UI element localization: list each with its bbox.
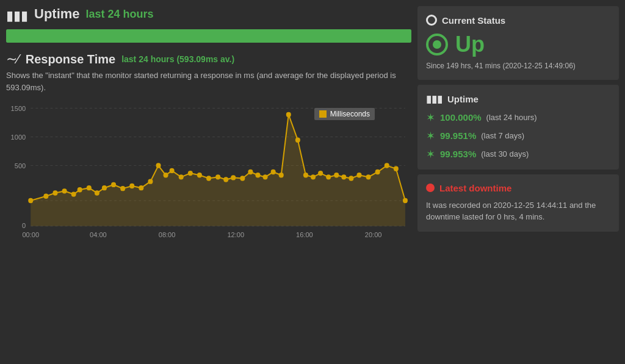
chart-container: Milliseconds 1500 1000 500 0	[6, 102, 411, 242]
current-status-card: Current Status Up Since 149 hrs, 41 mins…	[417, 6, 619, 80]
svg-point-10	[28, 198, 33, 203]
uptime-stat-24h: ✶ 100.000% (last 24 hours)	[426, 111, 610, 124]
svg-point-15	[78, 187, 82, 192]
svg-text:00:00: 00:00	[22, 230, 39, 238]
uptime-subtitle: last 24 hours	[86, 8, 154, 21]
chart-tooltip: Milliseconds	[314, 108, 375, 120]
uptime-card: ▮▮▮ Uptime ✶ 100.000% (last 24 hours) ✶ …	[417, 85, 619, 170]
svg-point-28	[188, 171, 193, 176]
svg-point-39	[279, 173, 284, 177]
svg-point-53	[394, 166, 399, 171]
svg-point-50	[366, 174, 371, 179]
svg-text:08:00: 08:00	[159, 230, 176, 238]
svg-point-29	[197, 173, 202, 177]
svg-point-38	[271, 170, 276, 174]
uptime-stat-30d: ✶ 99.953% (last 30 days)	[426, 148, 610, 161]
bar-chart-icon: ▮▮▮	[6, 8, 28, 24]
svg-point-35	[248, 170, 253, 174]
response-subtitle: last 24 hours (593.09ms av.)	[121, 54, 234, 64]
svg-point-40	[286, 112, 291, 117]
svg-point-43	[311, 174, 316, 179]
tooltip-color-box	[319, 110, 327, 118]
status-up-icon	[426, 34, 448, 55]
svg-point-42	[303, 173, 308, 177]
svg-point-51	[375, 170, 380, 174]
uptime-pct-24h: 100.000%	[440, 112, 482, 123]
current-status-header: Current Status	[426, 15, 610, 26]
svg-point-45	[326, 174, 331, 179]
uptime-bar-icon: ▮▮▮	[426, 93, 443, 105]
svg-point-32	[223, 177, 228, 182]
svg-point-46	[334, 173, 339, 177]
uptime-stat-7d: ✶ 99.951% (last 7 days)	[426, 129, 610, 143]
svg-point-20	[120, 186, 125, 191]
latest-downtime-card: Latest downtime It was recorded on 2020-…	[417, 174, 619, 232]
uptime-card-title: Uptime	[447, 94, 479, 104]
svg-point-25	[164, 173, 168, 177]
svg-point-16	[87, 185, 92, 190]
svg-point-17	[95, 190, 99, 195]
uptime-bar-fill	[6, 29, 411, 43]
svg-point-14	[71, 191, 76, 196]
uptime-section: ▮▮▮ Uptime last 24 hours	[6, 6, 411, 43]
svg-point-23	[148, 179, 153, 184]
uptime-period-30d: (last 30 days)	[481, 149, 529, 159]
svg-point-31	[215, 174, 220, 179]
uptime-bar	[6, 29, 411, 43]
response-time-chart: 1500 1000 500 0	[6, 102, 411, 242]
svg-marker-9	[31, 115, 405, 226]
svg-point-11	[43, 194, 48, 199]
svg-text:04:00: 04:00	[90, 230, 107, 238]
response-time-section: ∼∕ Response Time last 24 hours (593.09ms…	[6, 49, 411, 93]
svg-text:16:00: 16:00	[296, 230, 313, 238]
left-panel: ▮▮▮ Uptime last 24 hours ∼∕ Response Tim…	[6, 6, 411, 358]
svg-point-34	[240, 176, 245, 180]
svg-point-44	[318, 171, 323, 176]
latest-downtime-header: Latest downtime	[426, 183, 610, 193]
green-dot-1: ✶	[426, 111, 435, 124]
uptime-period-7d: (last 7 days)	[481, 131, 524, 140]
svg-point-24	[156, 163, 161, 168]
wave-icon: ∼∕	[6, 51, 20, 67]
svg-point-18	[102, 185, 107, 190]
green-dot-2: ✶	[426, 129, 435, 143]
svg-point-13	[62, 188, 67, 193]
right-panel: Current Status Up Since 149 hrs, 41 mins…	[417, 6, 619, 358]
uptime-title: Uptime	[34, 6, 80, 22]
status-since: Since 149 hrs, 41 mins (2020-12-25 14:49…	[426, 61, 610, 71]
svg-point-21	[129, 184, 134, 188]
svg-point-49	[356, 173, 361, 177]
status-header-icon	[426, 15, 437, 26]
svg-point-19	[111, 182, 116, 187]
svg-point-52	[385, 163, 389, 168]
svg-point-22	[139, 185, 143, 190]
uptime-pct-30d: 99.953%	[440, 149, 476, 159]
uptime-period-24h: (last 24 hours)	[486, 113, 537, 122]
svg-point-36	[255, 173, 260, 177]
uptime-pct-7d: 99.951%	[440, 130, 476, 141]
svg-point-48	[349, 176, 353, 180]
svg-point-54	[403, 198, 408, 203]
response-title: Response Time	[26, 52, 115, 66]
svg-point-30	[206, 176, 211, 180]
svg-text:1500: 1500	[11, 104, 26, 112]
green-dot-3: ✶	[426, 148, 435, 161]
svg-text:1000: 1000	[11, 133, 26, 140]
response-description: Shows the "instant" that the monitor sta…	[6, 70, 411, 93]
svg-text:0: 0	[22, 222, 26, 229]
chart-tooltip-label: Milliseconds	[330, 110, 370, 118]
svg-point-47	[341, 174, 346, 179]
svg-point-41	[295, 138, 300, 143]
uptime-card-header: ▮▮▮ Uptime	[426, 93, 610, 105]
svg-text:12:00: 12:00	[227, 230, 244, 238]
status-up-label: Up	[455, 32, 485, 57]
svg-point-37	[263, 174, 268, 179]
svg-text:500: 500	[15, 162, 26, 170]
svg-text:20:00: 20:00	[365, 230, 382, 238]
downtime-description: It was recorded on 2020-12-25 14:44:11 a…	[426, 199, 610, 223]
svg-point-27	[179, 174, 184, 179]
status-up-row: Up	[426, 32, 610, 57]
current-status-title: Current Status	[442, 15, 505, 26]
latest-downtime-title: Latest downtime	[439, 183, 511, 193]
downtime-header-icon	[426, 184, 435, 192]
